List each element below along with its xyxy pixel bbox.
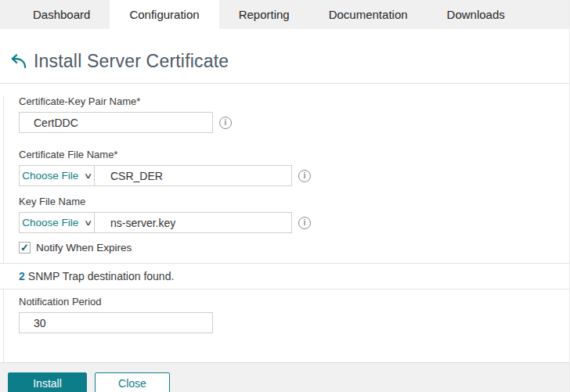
key-file-choose-button[interactable]: Choose File ∨ [19,212,95,233]
key-file-label: Key File Name [19,196,569,207]
cert-file-label: Certificate File Name* [19,149,569,160]
tab-downloads[interactable]: Downloads [428,0,525,29]
cert-file-info-icon[interactable]: i [298,170,311,182]
snmp-trap-count: 2 [19,270,25,282]
close-button[interactable]: Close [95,372,170,392]
cert-file-name-input[interactable] [95,165,292,186]
chevron-down-icon: ∨ [84,172,93,180]
install-button[interactable]: Install [8,372,87,392]
check-icon: ✓ [20,243,29,253]
key-file-name-input[interactable] [95,212,292,233]
install-certificate-form: Certificate-Key Pair Name* i Certificate… [0,95,569,362]
tab-documentation[interactable]: Documentation [309,0,428,29]
back-arrow-icon[interactable] [8,53,28,70]
key-file-control: Choose File ∨ [19,212,292,233]
top-nav-tabs: Dashboard Configuration Reporting Docume… [0,0,569,29]
notify-when-expires-checkbox[interactable]: ✓ [19,242,31,254]
install-server-certificate-page: Dashboard Configuration Reporting Docume… [0,0,570,392]
notify-when-expires-label: Notify When Expires [36,242,132,254]
cert-file-control: Choose File ∨ [19,165,292,186]
tab-configuration[interactable]: Configuration [110,0,218,29]
notification-period-row [19,312,569,333]
tab-reporting[interactable]: Reporting [219,0,309,29]
tab-dashboard[interactable]: Dashboard [13,0,110,29]
cert-key-pair-info-icon[interactable]: i [219,117,232,129]
snmp-trap-message: SNMP Trap destination found. [28,270,175,282]
page-header: Install Server Certificate [0,29,569,84]
cert-key-pair-row: i [19,112,569,133]
action-bar: Install Close [0,362,569,392]
cert-key-pair-label: Certificate-Key Pair Name* [19,95,569,107]
snmp-trap-notice: 2SNMP Trap destination found. [0,263,569,290]
notification-period-label: Notification Period [19,296,569,307]
cert-file-choose-button[interactable]: Choose File ∨ [19,165,95,186]
choose-file-label: Choose File [22,170,78,182]
key-file-row: Choose File ∨ i [19,212,569,233]
chevron-down-icon: ∨ [84,219,93,227]
cert-file-row: Choose File ∨ i [19,165,569,186]
cert-key-pair-input[interactable] [19,112,213,133]
page-title: Install Server Certificate [34,51,229,72]
key-file-info-icon[interactable]: i [298,217,311,229]
notification-period-input[interactable] [19,312,213,333]
choose-file-label: Choose File [22,217,78,228]
notify-when-expires-row: ✓ Notify When Expires [19,242,569,254]
